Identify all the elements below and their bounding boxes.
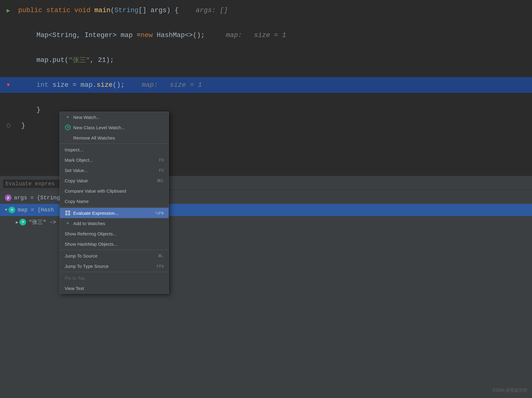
bookmark-icon: ⬡ bbox=[6, 123, 11, 129]
code-line-1: ▶ public static void main ( String [] ar… bbox=[0, 2, 532, 18]
add-watches-icon: + bbox=[65, 221, 71, 226]
evaluate-expression-label: Evaluate Expression... bbox=[73, 211, 118, 216]
code-hint: map: size = 1 bbox=[214, 32, 286, 39]
menu-item-add-to-watches[interactable]: + Add to Watches bbox=[60, 218, 169, 228]
code-token: (); bbox=[113, 81, 125, 89]
menu-item-evaluate-expression[interactable]: Evaluate Expression... ⌥F8 bbox=[60, 208, 169, 218]
debug-arrow-icon: ♥ bbox=[7, 82, 10, 88]
new-class-watch-label: New Class Level Watch... bbox=[73, 125, 125, 130]
code-token: size = map. bbox=[53, 81, 97, 89]
code-token: HashMap<>(); bbox=[157, 32, 205, 39]
code-token: ( bbox=[111, 7, 114, 14]
remove-all-label: Remove All Watches bbox=[73, 135, 115, 140]
menu-label-add-to-watches: + Add to Watches bbox=[65, 221, 105, 226]
separator-1 bbox=[60, 143, 169, 144]
pin-to-top-label: Pin to Top bbox=[65, 275, 85, 281]
menu-item-new-watch[interactable]: + New Watch... bbox=[60, 112, 169, 122]
map-type-icon: ≡ bbox=[9, 207, 15, 213]
gutter-6: ⬡ bbox=[0, 118, 17, 133]
menu-item-view-text[interactable]: View Text bbox=[60, 283, 169, 293]
show-hashmap-label: Show HashMap Objects... bbox=[65, 241, 117, 247]
menu-label-new-watch: + New Watch... bbox=[65, 114, 100, 120]
menu-item-set-value[interactable]: Set Value... F2 bbox=[60, 165, 169, 175]
evaluate-expression-shortcut: ⌥F8 bbox=[155, 211, 164, 215]
watermark-text: CSDN @安益空间 bbox=[493, 388, 527, 393]
code-line-4: ♥ int size = map. size (); map: size = 1 bbox=[0, 77, 532, 93]
mark-object-label: Mark Object... bbox=[65, 157, 93, 163]
copy-value-shortcut: ⌘C bbox=[157, 178, 164, 183]
copy-value-label: Copy Value bbox=[65, 178, 88, 183]
separator-4 bbox=[60, 272, 169, 272]
menu-item-pin-to-top[interactable]: Pin to Top bbox=[60, 273, 169, 283]
set-value-label: Set Value... bbox=[65, 168, 88, 173]
menu-item-jump-to-source[interactable]: Jump To Source ⌘↓ bbox=[60, 251, 169, 261]
code-hint: args: [] bbox=[188, 7, 228, 14]
code-line-empty4 bbox=[0, 93, 532, 102]
menu-item-compare-value[interactable]: Compare Value with Clipboard bbox=[60, 186, 169, 196]
code-token: main bbox=[94, 7, 111, 14]
add-to-watches-label: Add to Watches bbox=[73, 221, 105, 226]
compare-value-label: Compare Value with Clipboard bbox=[65, 188, 126, 194]
gutter-1: ▶ bbox=[0, 2, 17, 18]
code-hint: map: size = 1 bbox=[134, 81, 202, 89]
menu-label-new-class-watch: ⚙ New Class Level Watch... bbox=[65, 125, 125, 130]
code-line-empty3 bbox=[0, 68, 532, 77]
separator-2 bbox=[60, 207, 169, 207]
jump-to-source-shortcut: ⌘↓ bbox=[158, 254, 164, 258]
code-token: } bbox=[21, 122, 25, 130]
set-value-shortcut: F2 bbox=[159, 168, 164, 173]
menu-item-jump-to-type-source[interactable]: Jump To Type Source ⇧F4 bbox=[60, 261, 169, 271]
show-referring-label: Show Referring Objects... bbox=[65, 231, 117, 236]
code-token: static bbox=[46, 7, 74, 14]
code-token: new bbox=[141, 32, 157, 39]
menu-item-new-class-watch[interactable]: ⚙ New Class Level Watch... bbox=[60, 122, 169, 133]
zhangsan-expand-icon[interactable]: ▶ bbox=[16, 220, 18, 225]
code-token: map.put( bbox=[36, 56, 69, 64]
code-token: public bbox=[18, 7, 46, 14]
inspect-label: Inspect... bbox=[65, 147, 83, 152]
map-label: map = {Hash bbox=[18, 207, 54, 213]
separator-3 bbox=[60, 250, 169, 250]
zhangsan-label: "张三" -> { bbox=[29, 218, 63, 226]
menu-item-remove-all[interactable]: Remove All Watches bbox=[60, 133, 169, 143]
jump-to-type-source-label: Jump To Type Source bbox=[65, 264, 109, 269]
code-token: , 21); bbox=[90, 56, 114, 64]
code-token: void bbox=[74, 7, 94, 14]
code-token: int bbox=[36, 81, 53, 89]
menu-item-copy-value[interactable]: Copy Value ⌘C bbox=[60, 175, 169, 186]
code-line-2: Map<String, Integer> map = new HashMap<>… bbox=[0, 27, 532, 43]
code-token: String bbox=[114, 7, 138, 14]
menu-item-mark-object[interactable]: Mark Object... F3 bbox=[60, 155, 169, 165]
menu-item-copy-name[interactable]: Copy Name bbox=[60, 196, 169, 206]
new-watch-label: New Watch... bbox=[73, 115, 100, 120]
menu-label-remove-all: Remove All Watches bbox=[65, 135, 115, 140]
jump-to-type-source-shortcut: ⇧F4 bbox=[156, 264, 164, 268]
copy-name-label: Copy Name bbox=[65, 199, 89, 204]
code-token: Map<String, Integer> map = bbox=[36, 32, 141, 39]
zhangsan-type-icon: ≡ bbox=[19, 219, 26, 225]
map-expand-icon[interactable]: ▼ bbox=[5, 207, 7, 212]
code-token: "张三" bbox=[69, 56, 90, 65]
view-text-label: View Text bbox=[65, 286, 84, 291]
code-line-empty1 bbox=[0, 18, 532, 27]
watermark: CSDN @安益空间 bbox=[493, 388, 527, 393]
class-watch-icon: ⚙ bbox=[65, 125, 71, 130]
mark-object-shortcut: F3 bbox=[159, 158, 164, 162]
plus-icon: + bbox=[65, 114, 71, 120]
args-label: args = {String bbox=[14, 195, 60, 201]
menu-item-inspect[interactable]: Inspect... bbox=[60, 144, 169, 155]
code-token: } bbox=[36, 106, 40, 114]
gutter-4: ♥ bbox=[0, 77, 17, 93]
code-line-empty2 bbox=[0, 43, 532, 52]
arrow-icon: ▶ bbox=[6, 7, 10, 14]
jump-to-source-label: Jump To Source bbox=[65, 253, 97, 258]
code-line-3: map.put( "张三" , 21); bbox=[0, 52, 532, 68]
menu-label-evaluate-expression: Evaluate Expression... bbox=[65, 211, 118, 216]
code-token: [] args) { bbox=[138, 7, 179, 14]
code-token: size bbox=[97, 81, 113, 89]
args-type-icon: p bbox=[5, 194, 12, 201]
menu-item-show-referring[interactable]: Show Referring Objects... bbox=[60, 228, 169, 239]
menu-item-show-hashmap[interactable]: Show HashMap Objects... bbox=[60, 239, 169, 249]
context-menu: + New Watch... ⚙ New Class Level Watch..… bbox=[60, 112, 169, 294]
table-icon bbox=[65, 211, 71, 215]
